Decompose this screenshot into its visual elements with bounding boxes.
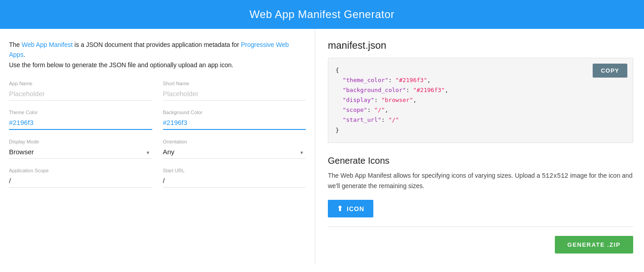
app-name-field: App Name: [9, 81, 152, 101]
orientation-select[interactable]: Any Natural Landscape Portrait: [163, 146, 306, 159]
display-orientation-row: Display Mode Browser Fullscreen Standalo…: [9, 139, 306, 159]
intro-text-before-link1: The: [9, 41, 22, 48]
short-name-field: Short Name: [163, 81, 306, 101]
divider: [328, 226, 633, 227]
page-header: Web App Manifest Generator: [0, 0, 644, 29]
app-scope-input[interactable]: [9, 175, 152, 188]
display-mode-select-wrapper: Browser Fullscreen Standalone Minimal UI: [9, 146, 152, 159]
intro-description: The Web App Manifest is a JSON document …: [9, 40, 306, 70]
json-output-box: COPY { "theme_color": "#2196f3", "backgr…: [328, 58, 633, 143]
background-color-label: Background Color: [163, 110, 306, 115]
web-app-manifest-link[interactable]: Web App Manifest: [22, 41, 73, 48]
upload-icon-label: ICON: [347, 205, 364, 212]
footer: Hosted on Firebase.: [0, 264, 644, 272]
app-scope-field: Application Scope: [9, 168, 152, 188]
display-mode-select[interactable]: Browser Fullscreen Standalone Minimal UI: [9, 146, 152, 159]
display-mode-label: Display Mode: [9, 139, 152, 144]
generate-zip-button[interactable]: GENERATE .ZIP: [555, 236, 633, 254]
footer-wrapper: Hosted on Firebase.: [0, 264, 644, 272]
upload-icon: ⬆: [337, 204, 343, 213]
json-content: { "theme_color": "#2196f3", "background_…: [336, 65, 626, 135]
form-panel: The Web App Manifest is a JSON document …: [0, 29, 315, 264]
icons-desc-code: 512x512: [542, 172, 568, 180]
start-url-input[interactable]: [163, 175, 306, 188]
generate-icons-description: The Web App Manifest allows for specifyi…: [328, 171, 633, 191]
start-url-field: Start URL: [163, 168, 306, 188]
background-color-field: Background Color: [163, 110, 306, 130]
orientation-label: Orientation: [163, 139, 306, 144]
short-name-label: Short Name: [163, 81, 306, 86]
intro-text-after: .: [23, 51, 25, 58]
theme-color-input[interactable]: [9, 117, 152, 130]
generate-icons-title: Generate Icons: [328, 156, 633, 166]
theme-color-field: Theme Color: [9, 110, 152, 130]
manifest-section: manifest.json COPY { "theme_color": "#21…: [328, 40, 633, 143]
intro-text-between: is a JSON document that provides applica…: [73, 41, 241, 48]
header-title: Web App Manifest Generator: [249, 8, 395, 20]
right-panel: manifest.json COPY { "theme_color": "#21…: [315, 29, 644, 264]
scope-url-row: Application Scope Start URL: [9, 168, 306, 188]
short-name-input[interactable]: [163, 88, 306, 101]
intro-line2: Use the form below to generate the JSON …: [9, 61, 233, 69]
display-mode-field: Display Mode Browser Fullscreen Standalo…: [9, 139, 152, 159]
generate-icons-section: Generate Icons The Web App Manifest allo…: [328, 156, 633, 254]
color-row: Theme Color Background Color: [9, 110, 306, 130]
app-name-label: App Name: [9, 81, 152, 86]
upload-icon-button[interactable]: ⬆ ICON: [328, 200, 373, 217]
copy-button[interactable]: COPY: [593, 64, 627, 78]
main-content: The Web App Manifest is a JSON document …: [0, 29, 644, 264]
icons-desc-before: The Web App Manifest allows for specifyi…: [328, 172, 542, 179]
app-scope-label: Application Scope: [9, 168, 152, 173]
start-url-label: Start URL: [163, 168, 306, 173]
orientation-select-wrapper: Any Natural Landscape Portrait: [163, 146, 306, 159]
manifest-title: manifest.json: [328, 40, 633, 51]
app-name-input[interactable]: [9, 88, 152, 101]
background-color-input[interactable]: [163, 117, 306, 130]
theme-color-label: Theme Color: [9, 110, 152, 115]
name-row: App Name Short Name: [9, 81, 306, 101]
generate-zip-row: GENERATE .ZIP: [328, 236, 633, 254]
orientation-field: Orientation Any Natural Landscape Portra…: [163, 139, 306, 159]
